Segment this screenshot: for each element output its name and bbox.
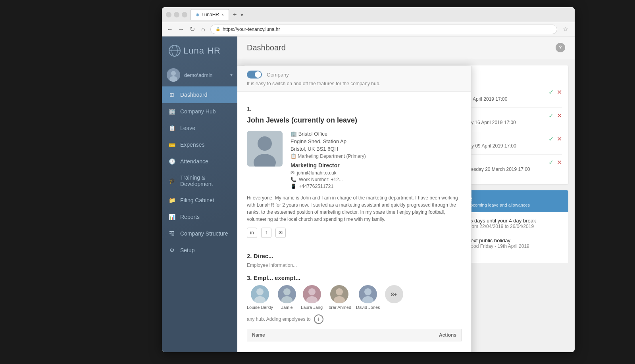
dir-avatar-item: Jamie <box>278 285 296 310</box>
svg-point-22 <box>336 288 343 295</box>
profile-dept: 📋 Marketing Department (Primary) <box>291 153 462 159</box>
window-controls <box>166 12 187 17</box>
social-icons: in f ✉ <box>247 228 462 238</box>
sidebar-item-label: Training & Development <box>180 174 231 187</box>
profile-city: Bristol, UK BS1 6QH <box>291 146 462 152</box>
browser-content: Luna HR demo\admin ▾ ⊞ Dashboard 🏢 <box>162 36 575 352</box>
dir-avatar-item: David Jones <box>356 285 380 310</box>
filing-icon: 📁 <box>168 197 175 204</box>
address-bar[interactable]: 🔒 https://your-tenancy.luna.hr <box>210 25 557 34</box>
profile-details: 🏢 Bristol Office Engine Shed, Station Ap… <box>291 131 462 190</box>
leave-actions: ✓ ✕ <box>548 112 562 119</box>
forward-button[interactable]: → <box>177 25 185 33</box>
leave-info-text: Next public holiday Good Friday - 19th A… <box>467 238 529 249</box>
sidebar-item-setup[interactable]: ⚙ Setup <box>162 242 237 259</box>
maximize-icon[interactable] <box>174 12 179 17</box>
reject-button[interactable]: ✕ <box>557 88 562 96</box>
toggle-label: Company <box>267 72 289 78</box>
svg-point-4 <box>169 76 177 82</box>
dir-avatar-item: Laura Jang <box>301 285 323 310</box>
toggle-row: Company <box>247 71 462 79</box>
dashboard-icon: ⊞ <box>168 91 175 98</box>
help-icon[interactable]: ? <box>556 43 565 52</box>
sidebar-item-filing[interactable]: 📁 Filing Cabinet <box>162 192 237 209</box>
reports-icon: 📊 <box>168 213 175 220</box>
bookmark-icon[interactable]: ☆ <box>560 25 571 33</box>
approve-button[interactable]: ✓ <box>548 88 554 96</box>
col-actions-header: Actions <box>425 332 456 338</box>
profile-name: John Jewels (currently on leave) <box>247 116 462 125</box>
url-text: https://your-tenancy.luna.hr <box>223 27 280 32</box>
approve-button[interactable]: ✓ <box>548 159 554 166</box>
section-3-header: 3. Empl... exempt... <box>247 274 462 281</box>
job-title: Marketing Director <box>291 162 462 169</box>
facebook-icon[interactable]: f <box>261 228 271 238</box>
browser-window: ⊕ LunaHR × + ▾ ← → ↻ ⌂ 🔒 https://your-te… <box>162 7 575 352</box>
add-member-button[interactable]: + <box>314 314 323 324</box>
directory-section: 2. Direc... Employee information... 3. E… <box>237 246 471 348</box>
sidebar-item-leave[interactable]: 📋 Leave <box>162 120 237 136</box>
reject-button[interactable]: ✕ <box>557 112 562 119</box>
attendance-icon: 🕐 <box>168 158 175 165</box>
approve-button[interactable]: ✓ <box>548 112 554 119</box>
sidebar-item-label: Leave <box>180 125 195 131</box>
section-1-header: 1. <box>247 106 462 112</box>
profile-body: 🏢 Bristol Office Engine Shed, Station Ap… <box>247 131 462 190</box>
browser-titlebar: ⊕ LunaHR × + ▾ <box>162 7 575 22</box>
more-avatars: 8+ <box>385 285 403 310</box>
reject-button[interactable]: ✕ <box>557 135 562 143</box>
sidebar-item-company-hub[interactable]: 🏢 Company Hub <box>162 103 237 120</box>
table-section: Name Actions <box>247 329 462 341</box>
tab-dropdown-icon[interactable]: ▾ <box>241 11 243 18</box>
sidebar-item-label: Setup <box>180 247 195 253</box>
tab-bar: ⊕ LunaHR × + ▾ <box>190 9 571 20</box>
logo-icon <box>168 44 181 57</box>
table-header: Name Actions <box>247 329 462 341</box>
email-icon[interactable]: ✉ <box>275 228 286 238</box>
toggle-description: It is easy to switch on and off the feat… <box>247 81 462 86</box>
avatar-img <box>359 285 377 303</box>
sidebar-item-label: Expenses <box>180 142 204 148</box>
leave-actions: ✓ ✕ <box>548 135 562 143</box>
svg-point-24 <box>364 288 371 295</box>
profile-address: Engine Shed, Station Ap <box>291 138 462 144</box>
browser-nav: ← → ↻ ⌂ 🔒 https://your-tenancy.luna.hr ☆ <box>162 22 575 36</box>
sidebar-item-reports[interactable]: 📊 Reports <box>162 209 237 225</box>
sidebar-item-training[interactable]: 🎓 Training & Development <box>162 170 237 192</box>
lock-icon: 🔒 <box>216 27 220 31</box>
sidebar-item-dashboard[interactable]: ⊞ Dashboard <box>162 86 237 103</box>
minimize-icon[interactable] <box>166 12 171 17</box>
sidebar-item-label: Company Hub <box>180 108 216 115</box>
sidebar-item-expenses[interactable]: 💳 Expenses <box>162 136 237 153</box>
svg-point-16 <box>256 288 264 295</box>
profile-location: 🏢 Bristol Office <box>291 131 462 137</box>
restore-icon[interactable] <box>182 12 187 17</box>
dir-avatar-item: Ibrar Ahmed <box>327 285 351 310</box>
approve-button[interactable]: ✓ <box>548 135 554 143</box>
svg-point-21 <box>306 296 318 303</box>
active-tab[interactable]: ⊕ LunaHR × <box>190 9 229 20</box>
home-button[interactable]: ⌂ <box>199 25 207 33</box>
user-menu[interactable]: demo\admin ▾ <box>162 65 237 85</box>
sidebar: Luna HR demo\admin ▾ ⊞ Dashboard 🏢 <box>162 36 237 352</box>
profile-bio: Hi everyone. My name is John and I am in… <box>247 194 462 223</box>
avatar-name: Laura Jang <box>301 305 323 310</box>
leave-primary: 25 days until your 4 day break <box>467 218 536 224</box>
linkedin-icon[interactable]: in <box>247 228 257 238</box>
svg-point-3 <box>171 71 176 76</box>
back-button[interactable]: ← <box>166 25 174 33</box>
leave-secondary: Good Friday - 19th April 2019 <box>467 243 529 249</box>
profile-overlay-panel: Company It is easy to switch on and off … <box>237 66 471 352</box>
user-avatar <box>167 68 180 82</box>
sidebar-item-company-structure[interactable]: 🏗 Company Structure <box>162 225 237 242</box>
new-tab-button[interactable]: + <box>231 11 239 18</box>
reload-button[interactable]: ↻ <box>188 25 196 33</box>
sidebar-item-attendance[interactable]: 🕐 Attendance <box>162 153 237 170</box>
feature-toggle[interactable] <box>247 71 262 79</box>
expenses-icon: 💳 <box>168 141 175 148</box>
company-structure-icon: 🏗 <box>168 230 175 237</box>
reject-button[interactable]: ✕ <box>557 159 562 166</box>
tab-close-icon[interactable]: × <box>221 13 224 17</box>
main-header: Dashboard ? <box>237 36 575 59</box>
avatar-name: Ibrar Ahmed <box>327 305 351 310</box>
